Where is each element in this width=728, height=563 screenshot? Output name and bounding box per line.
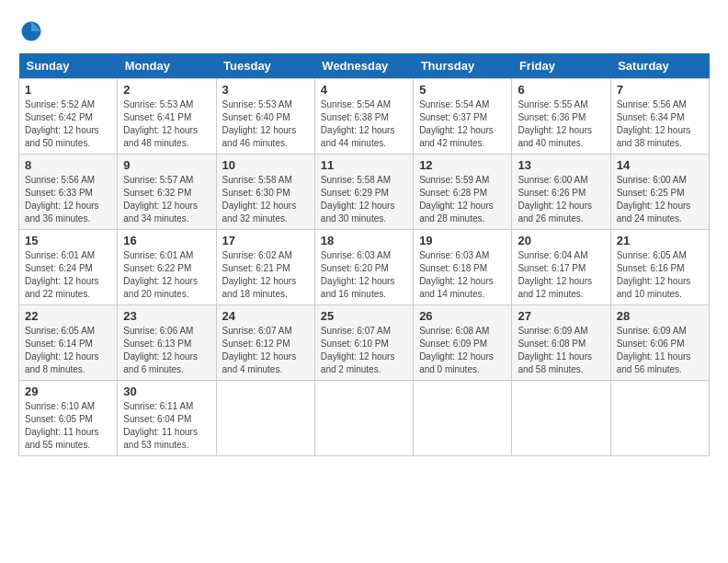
- day-number: 30: [123, 385, 210, 398]
- day-info: Sunrise: 6:09 AMSunset: 6:08 PMDaylight:…: [518, 325, 604, 376]
- table-row: 5 Sunrise: 5:54 AMSunset: 6:37 PMDayligh…: [414, 79, 512, 155]
- day-number: 28: [617, 309, 703, 323]
- table-row: 28 Sunrise: 6:09 AMSunset: 6:06 PMDaylig…: [610, 305, 709, 381]
- day-header-sunday: Sunday: [19, 53, 118, 79]
- table-row: [512, 381, 610, 456]
- day-number: 22: [25, 309, 111, 323]
- table-row: 7 Sunrise: 5:56 AMSunset: 6:34 PMDayligh…: [610, 79, 709, 155]
- table-row: 4 Sunrise: 5:54 AMSunset: 6:38 PMDayligh…: [314, 79, 413, 155]
- table-row: 29 Sunrise: 6:10 AMSunset: 6:05 PMDaylig…: [19, 381, 118, 456]
- table-row: 11 Sunrise: 5:58 AMSunset: 6:29 PMDaylig…: [314, 155, 413, 230]
- day-number: 6: [518, 83, 604, 97]
- day-info: Sunrise: 5:52 AMSunset: 6:42 PMDaylight:…: [25, 98, 111, 150]
- day-info: Sunrise: 5:55 AMSunset: 6:36 PMDaylight:…: [518, 98, 604, 150]
- table-row: 17 Sunrise: 6:02 AMSunset: 6:21 PMDaylig…: [216, 230, 314, 305]
- table-row: 10 Sunrise: 5:58 AMSunset: 6:30 PMDaylig…: [216, 155, 314, 230]
- day-info: Sunrise: 6:10 AMSunset: 6:05 PMDaylight:…: [25, 400, 111, 452]
- day-number: 10: [222, 158, 309, 172]
- table-row: [314, 381, 413, 456]
- table-row: 16 Sunrise: 6:01 AMSunset: 6:22 PMDaylig…: [118, 230, 216, 305]
- day-info: Sunrise: 5:56 AMSunset: 6:34 PMDaylight:…: [617, 98, 703, 150]
- day-info: Sunrise: 6:08 AMSunset: 6:09 PMDaylight:…: [419, 325, 506, 376]
- day-number: 15: [25, 234, 111, 247]
- day-info: Sunrise: 6:00 AMSunset: 6:25 PMDaylight:…: [617, 174, 703, 225]
- day-info: Sunrise: 6:05 AMSunset: 6:16 PMDaylight:…: [617, 249, 703, 301]
- day-number: 8: [25, 158, 111, 172]
- table-row: 8 Sunrise: 5:56 AMSunset: 6:33 PMDayligh…: [19, 155, 118, 230]
- calendar-table: SundayMondayTuesdayWednesdayThursdayFrid…: [18, 53, 710, 456]
- day-info: Sunrise: 6:02 AMSunset: 6:21 PMDaylight:…: [222, 249, 309, 301]
- table-row: 13 Sunrise: 6:00 AMSunset: 6:26 PMDaylig…: [512, 155, 610, 230]
- table-row: 18 Sunrise: 6:03 AMSunset: 6:20 PMDaylig…: [314, 230, 413, 305]
- day-info: Sunrise: 5:56 AMSunset: 6:33 PMDaylight:…: [25, 174, 111, 225]
- table-row: 26 Sunrise: 6:08 AMSunset: 6:09 PMDaylig…: [414, 305, 512, 381]
- table-row: 20 Sunrise: 6:04 AMSunset: 6:17 PMDaylig…: [512, 230, 610, 305]
- day-number: 16: [123, 234, 210, 247]
- table-row: 12 Sunrise: 5:59 AMSunset: 6:28 PMDaylig…: [414, 155, 512, 230]
- table-row: 2 Sunrise: 5:53 AMSunset: 6:41 PMDayligh…: [118, 79, 216, 155]
- day-header-wednesday: Wednesday: [314, 53, 413, 79]
- day-info: Sunrise: 5:58 AMSunset: 6:30 PMDaylight:…: [222, 174, 309, 225]
- table-row: 27 Sunrise: 6:09 AMSunset: 6:08 PMDaylig…: [512, 305, 610, 381]
- table-row: 22 Sunrise: 6:05 AMSunset: 6:14 PMDaylig…: [19, 305, 118, 381]
- day-number: 14: [617, 158, 703, 172]
- day-info: Sunrise: 5:58 AMSunset: 6:29 PMDaylight:…: [321, 174, 407, 225]
- day-number: 12: [419, 158, 506, 172]
- day-number: 18: [321, 234, 407, 247]
- day-info: Sunrise: 6:03 AMSunset: 6:20 PMDaylight:…: [321, 249, 407, 301]
- day-number: 13: [518, 158, 604, 172]
- table-row: 15 Sunrise: 6:01 AMSunset: 6:24 PMDaylig…: [19, 230, 118, 305]
- day-header-thursday: Thursday: [414, 53, 512, 79]
- day-number: 26: [419, 309, 506, 323]
- day-number: 9: [123, 158, 210, 172]
- day-info: Sunrise: 6:04 AMSunset: 6:17 PMDaylight:…: [518, 249, 604, 301]
- logo-icon: [18, 18, 44, 44]
- table-row: 6 Sunrise: 5:55 AMSunset: 6:36 PMDayligh…: [512, 79, 610, 155]
- day-number: 23: [123, 309, 210, 323]
- day-info: Sunrise: 6:11 AMSunset: 6:04 PMDaylight:…: [123, 400, 210, 452]
- day-number: 21: [617, 234, 703, 247]
- day-number: 25: [321, 309, 407, 323]
- table-row: 25 Sunrise: 6:07 AMSunset: 6:10 PMDaylig…: [314, 305, 413, 381]
- table-row: 24 Sunrise: 6:07 AMSunset: 6:12 PMDaylig…: [216, 305, 314, 381]
- day-number: 19: [419, 234, 506, 247]
- day-number: 11: [321, 158, 407, 172]
- day-info: Sunrise: 6:05 AMSunset: 6:14 PMDaylight:…: [25, 325, 111, 376]
- table-row: 30 Sunrise: 6:11 AMSunset: 6:04 PMDaylig…: [118, 381, 216, 456]
- table-row: 14 Sunrise: 6:00 AMSunset: 6:25 PMDaylig…: [610, 155, 709, 230]
- day-info: Sunrise: 6:03 AMSunset: 6:18 PMDaylight:…: [419, 249, 506, 301]
- day-header-saturday: Saturday: [610, 53, 709, 79]
- day-header-friday: Friday: [512, 53, 610, 79]
- table-row: 1 Sunrise: 5:52 AMSunset: 6:42 PMDayligh…: [19, 79, 118, 155]
- table-row: 21 Sunrise: 6:05 AMSunset: 6:16 PMDaylig…: [610, 230, 709, 305]
- table-row: [610, 381, 709, 456]
- table-row: [216, 381, 314, 456]
- day-header-monday: Monday: [118, 53, 216, 79]
- logo: [18, 18, 48, 44]
- table-row: [414, 381, 512, 456]
- day-header-tuesday: Tuesday: [216, 53, 314, 79]
- day-number: 3: [222, 83, 309, 97]
- table-row: 3 Sunrise: 5:53 AMSunset: 6:40 PMDayligh…: [216, 79, 314, 155]
- day-info: Sunrise: 6:01 AMSunset: 6:24 PMDaylight:…: [25, 249, 111, 301]
- day-info: Sunrise: 5:59 AMSunset: 6:28 PMDaylight:…: [419, 174, 506, 225]
- day-info: Sunrise: 6:01 AMSunset: 6:22 PMDaylight:…: [123, 249, 210, 301]
- day-number: 29: [25, 385, 111, 398]
- day-number: 2: [123, 83, 210, 97]
- day-info: Sunrise: 5:57 AMSunset: 6:32 PMDaylight:…: [123, 174, 210, 225]
- day-number: 17: [222, 234, 309, 247]
- table-row: 19 Sunrise: 6:03 AMSunset: 6:18 PMDaylig…: [414, 230, 512, 305]
- day-number: 20: [518, 234, 604, 247]
- day-info: Sunrise: 6:09 AMSunset: 6:06 PMDaylight:…: [617, 325, 703, 376]
- day-info: Sunrise: 5:54 AMSunset: 6:37 PMDaylight:…: [419, 98, 506, 150]
- day-info: Sunrise: 6:07 AMSunset: 6:12 PMDaylight:…: [222, 325, 309, 376]
- day-number: 4: [321, 83, 407, 97]
- day-info: Sunrise: 6:06 AMSunset: 6:13 PMDaylight:…: [123, 325, 210, 376]
- day-info: Sunrise: 5:53 AMSunset: 6:41 PMDaylight:…: [123, 98, 210, 150]
- day-info: Sunrise: 5:54 AMSunset: 6:38 PMDaylight:…: [321, 98, 407, 150]
- day-number: 1: [25, 83, 111, 97]
- day-number: 24: [222, 309, 309, 323]
- day-number: 7: [617, 83, 703, 97]
- day-info: Sunrise: 6:00 AMSunset: 6:26 PMDaylight:…: [518, 174, 604, 225]
- table-row: 9 Sunrise: 5:57 AMSunset: 6:32 PMDayligh…: [118, 155, 216, 230]
